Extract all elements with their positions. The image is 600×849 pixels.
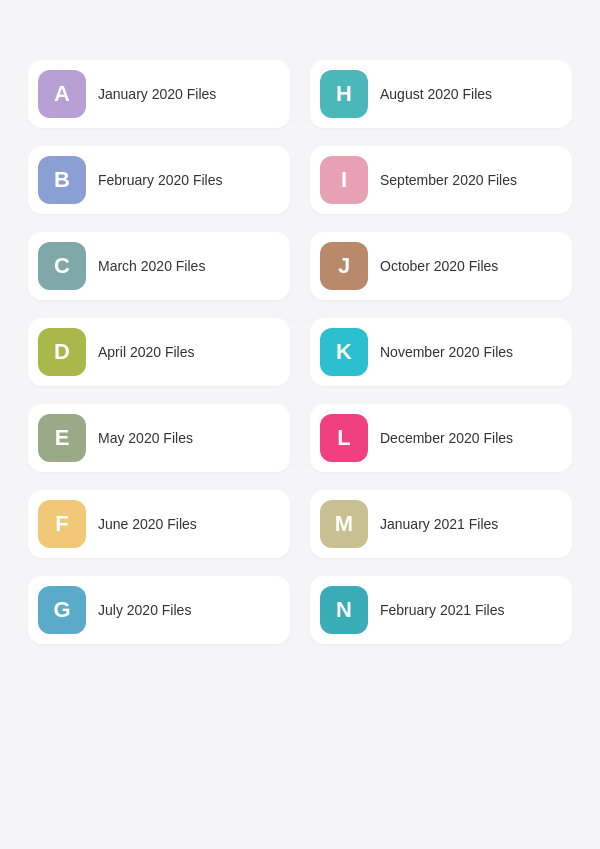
folder-label-e: May 2020 Files [98, 430, 193, 446]
folder-item-a[interactable]: AJanuary 2020 Files [28, 60, 290, 128]
folder-label-b: February 2020 Files [98, 172, 223, 188]
folder-icon-m: M [320, 500, 368, 548]
folder-item-l[interactable]: LDecember 2020 Files [310, 404, 572, 472]
folder-label-i: September 2020 Files [380, 172, 517, 188]
folder-item-i[interactable]: ISeptember 2020 Files [310, 146, 572, 214]
folder-label-m: January 2021 Files [380, 516, 498, 532]
folder-icon-f: F [38, 500, 86, 548]
folder-icon-j: J [320, 242, 368, 290]
folder-icon-l: L [320, 414, 368, 462]
folder-item-g[interactable]: GJuly 2020 Files [28, 576, 290, 644]
folder-item-d[interactable]: DApril 2020 Files [28, 318, 290, 386]
folder-icon-i: I [320, 156, 368, 204]
folder-grid: AJanuary 2020 FilesHAugust 2020 FilesBFe… [28, 60, 572, 644]
folder-icon-a: A [38, 70, 86, 118]
folder-item-m[interactable]: MJanuary 2021 Files [310, 490, 572, 558]
folder-item-n[interactable]: NFebruary 2021 Files [310, 576, 572, 644]
folder-label-n: February 2021 Files [380, 602, 505, 618]
folder-label-j: October 2020 Files [380, 258, 498, 274]
folder-label-a: January 2020 Files [98, 86, 216, 102]
folder-label-d: April 2020 Files [98, 344, 195, 360]
folder-label-l: December 2020 Files [380, 430, 513, 446]
folder-icon-b: B [38, 156, 86, 204]
folder-icon-h: H [320, 70, 368, 118]
folder-icon-n: N [320, 586, 368, 634]
folder-label-h: August 2020 Files [380, 86, 492, 102]
folder-item-b[interactable]: BFebruary 2020 Files [28, 146, 290, 214]
folder-icon-k: K [320, 328, 368, 376]
folder-icon-e: E [38, 414, 86, 462]
folder-icon-c: C [38, 242, 86, 290]
folder-item-j[interactable]: JOctober 2020 Files [310, 232, 572, 300]
folder-label-c: March 2020 Files [98, 258, 205, 274]
folder-label-k: November 2020 Files [380, 344, 513, 360]
folder-item-k[interactable]: KNovember 2020 Files [310, 318, 572, 386]
folder-item-e[interactable]: EMay 2020 Files [28, 404, 290, 472]
folder-item-f[interactable]: FJune 2020 Files [28, 490, 290, 558]
folder-item-c[interactable]: CMarch 2020 Files [28, 232, 290, 300]
folder-icon-d: D [38, 328, 86, 376]
folder-label-g: July 2020 Files [98, 602, 191, 618]
folder-icon-g: G [38, 586, 86, 634]
folder-label-f: June 2020 Files [98, 516, 197, 532]
folder-item-h[interactable]: HAugust 2020 Files [310, 60, 572, 128]
